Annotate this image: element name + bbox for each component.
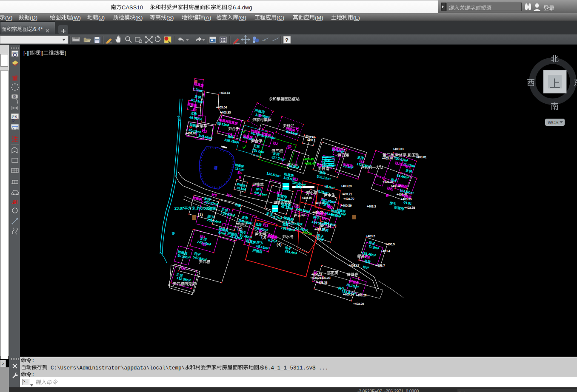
svg-text:2: 2 <box>205 130 207 134</box>
svg-text:,: , <box>407 153 408 157</box>
svg-text:+403.70: +403.70 <box>343 197 354 200</box>
svg-text:+403.28: +403.28 <box>320 276 331 279</box>
svg-text:?: ? <box>285 37 288 43</box>
svg-text:0.0358: 0.0358 <box>200 206 212 210</box>
svg-text:23.87: 23.87 <box>174 206 184 210</box>
svg-text:32.8m²: 32.8m² <box>288 164 300 170</box>
svg-text:+403.33: +403.33 <box>317 281 328 284</box>
svg-text::: : <box>31 372 35 378</box>
svg-text:+403.46: +403.46 <box>305 162 316 165</box>
svg-text:+403.13: +403.13 <box>219 91 230 94</box>
svg-text:2: 2 <box>408 165 411 170</box>
svg-text:(A): (A) <box>204 14 211 21</box>
svg-text:E3: E3 <box>228 132 233 136</box>
svg-text:156.87m²: 156.87m² <box>221 211 235 218</box>
svg-text:(D): (D) <box>30 14 37 21</box>
svg-text:196.69m²: 196.69m² <box>281 226 295 233</box>
svg-text::: : <box>31 358 35 364</box>
svg-text:6.4*: 6.4* <box>33 26 43 32</box>
svg-text:540.83m²: 540.83m² <box>193 255 207 262</box>
svg-text:+403.15: +403.15 <box>302 196 312 199</box>
svg-text:+403.3: +403.3 <box>367 205 376 208</box>
svg-text:][: ][ <box>40 50 43 56</box>
svg-text:2: 2 <box>276 142 278 146</box>
svg-text:3: 3 <box>266 224 269 228</box>
svg-text:206.02m²: 206.02m² <box>238 219 253 225</box>
svg-text:(J): (J) <box>98 14 105 21</box>
svg-text:+403.45: +403.45 <box>303 158 314 161</box>
svg-text:2: 2 <box>331 206 333 210</box>
svg-text:64.61: 64.61 <box>403 200 412 206</box>
svg-text:+403.58: +403.58 <box>404 206 415 209</box>
svg-text:3: 3 <box>320 164 322 168</box>
svg-text:6.2m²: 6.2m² <box>268 238 277 244</box>
svg-text:50.14m²: 50.14m² <box>177 253 190 260</box>
svg-text:+403.35: +403.35 <box>220 111 231 114</box>
svg-text:+403.71: +403.71 <box>341 193 352 196</box>
svg-text:60m²: 60m² <box>317 236 325 242</box>
svg-text:+403.29: +403.29 <box>341 185 352 187</box>
svg-text:+400.5: +400.5 <box>386 243 395 246</box>
svg-text:E5: E5 <box>237 170 242 175</box>
svg-text:+403.7: +403.7 <box>376 264 385 267</box>
svg-text:55.6m²: 55.6m² <box>324 184 335 190</box>
svg-text:192.08m²: 192.08m² <box>177 276 191 283</box>
svg-text:[x,y]: [x,y] <box>12 114 17 118</box>
svg-text:65.16m²: 65.16m² <box>256 244 269 250</box>
svg-text:E1: E1 <box>193 108 197 112</box>
svg-text:2: 2 <box>368 256 370 260</box>
svg-text:,: , <box>196 206 197 210</box>
svg-text:+403.17: +403.17 <box>348 264 360 267</box>
svg-text:2: 2 <box>204 243 207 247</box>
svg-text:+403.41: +403.41 <box>304 136 315 139</box>
svg-text:(M): (M) <box>315 14 323 21</box>
svg-text:+400.59: +400.59 <box>341 204 352 207</box>
svg-text:(G): (G) <box>238 14 246 21</box>
svg-text:+403.4: +403.4 <box>381 250 390 253</box>
svg-text:WCS: WCS <box>548 120 559 125</box>
svg-text:E2: E2 <box>259 228 263 233</box>
svg-text:264.4m²: 264.4m² <box>285 249 297 256</box>
svg-text:71.77m²: 71.77m² <box>283 220 296 226</box>
svg-text:46.06m²: 46.06m² <box>189 115 202 122</box>
svg-text:(C): (C) <box>277 14 284 21</box>
svg-text:+403.40: +403.40 <box>382 157 393 160</box>
svg-text:]: ] <box>65 50 66 56</box>
svg-text:72.9m²: 72.9m² <box>368 244 380 250</box>
svg-text:+403.04: +403.04 <box>216 106 227 109</box>
svg-text:+403.55: +403.55 <box>401 198 412 201</box>
svg-text:.9!: .9! <box>11 199 18 205</box>
svg-text:(S): (S) <box>166 14 174 21</box>
svg-text:41.13m²: 41.13m² <box>281 205 294 211</box>
svg-text:(V): (V) <box>5 14 12 21</box>
svg-text:201.24m²: 201.24m² <box>207 218 221 224</box>
svg-text:302.13m²: 302.13m² <box>317 174 331 181</box>
svg-text:-/-: -/- <box>263 38 266 42</box>
svg-text:(K): (K) <box>135 14 143 21</box>
svg-text:+403.18: +403.18 <box>356 294 367 297</box>
svg-text:+403.27: +403.27 <box>314 202 325 205</box>
svg-text:+400.21: +400.21 <box>311 273 323 276</box>
svg-text:3: 3 <box>214 193 217 198</box>
svg-text:[-][: [-][ <box>23 50 30 56</box>
svg-text:151.0m²: 151.0m² <box>252 148 265 154</box>
svg-text:+403.29: +403.29 <box>353 302 364 305</box>
svg-text:(4): (4) <box>277 242 282 247</box>
svg-text:(2): (2) <box>237 227 243 231</box>
svg-text:138.75m²: 138.75m² <box>224 138 239 145</box>
svg-text:3: 3 <box>229 194 232 198</box>
svg-text:+400.81: +400.81 <box>416 156 427 159</box>
svg-text:132.66m²: 132.66m² <box>266 171 281 178</box>
svg-text:(L): (L) <box>353 14 360 21</box>
svg-text:2: 2 <box>325 217 327 222</box>
svg-text:+403.33: +403.33 <box>393 148 404 151</box>
svg-text:(W): (W) <box>72 14 81 21</box>
svg-text:2: 2 <box>184 267 186 271</box>
svg-text:72.01m²: 72.01m² <box>316 189 329 195</box>
svg-text:C:\Users\Administrator\appdata: C:\Users\Administrator\appdata\local\tem… <box>48 365 185 371</box>
svg-text:6.4.dwg: 6.4.dwg <box>233 4 252 11</box>
svg-text:(3): (3) <box>261 235 266 239</box>
svg-text:+403.1: +403.1 <box>306 139 316 142</box>
svg-text:E2: E2 <box>287 144 292 149</box>
svg-text:(1): (1) <box>198 212 203 217</box>
